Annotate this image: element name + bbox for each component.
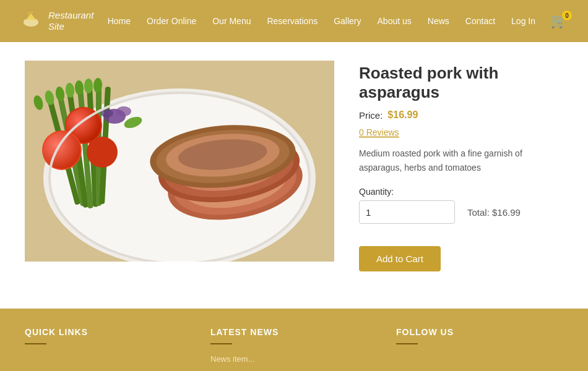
nav-login[interactable]: Log In	[504, 0, 543, 42]
footer-latest-news: LATEST NEWS News item...	[210, 327, 378, 366]
svg-point-22	[87, 137, 118, 168]
add-to-cart-button[interactable]: Add to Cart	[359, 246, 441, 271]
nav-our-menu[interactable]: Our Menu	[205, 0, 258, 42]
quick-links-underline	[25, 343, 46, 344]
nav-gallery[interactable]: Gallery	[326, 0, 368, 42]
svg-point-21	[43, 132, 80, 169]
follow-us-underline	[396, 343, 418, 344]
quantity-input[interactable]	[359, 200, 455, 224]
footer-grid: QUICK LINKS LATEST NEWS News item... FOL…	[25, 327, 563, 366]
logo[interactable]: Restaurant Site	[19, 9, 93, 33]
nav-about-us[interactable]: About us	[370, 0, 419, 42]
product-image	[25, 61, 334, 262]
reviews-link[interactable]: 0 Reviews	[359, 127, 399, 138]
follow-us-title: FOLLOW US	[396, 327, 563, 337]
site-header: Restaurant Site Home Order Online Our Me…	[0, 0, 588, 42]
cart-button[interactable]: 🛒 0	[548, 13, 569, 29]
latest-news-underline	[210, 343, 232, 344]
quantity-section: Quantity: Total: $16.99	[359, 187, 563, 224]
logo-icon	[19, 9, 43, 33]
cart-badge: 0	[562, 11, 572, 20]
site-footer: QUICK LINKS LATEST NEWS News item... FOL…	[0, 309, 588, 371]
product-image-container	[25, 61, 334, 271]
footer-quick-links: QUICK LINKS	[25, 327, 192, 366]
product-page: Roasted pork with asparagus Price: $16.9…	[0, 42, 588, 309]
svg-point-24	[116, 106, 131, 116]
logo-text: Restaurant Site	[48, 10, 93, 32]
product-details: Roasted pork with asparagus Price: $16.9…	[359, 61, 563, 271]
main-nav: Home Order Online Our Menu Reservations …	[100, 0, 543, 42]
footer-follow-us: FOLLOW US	[396, 327, 563, 366]
price-label: Price:	[359, 110, 383, 121]
news-item-link[interactable]: News item...	[210, 352, 378, 366]
product-description: Medium roasted pork with a fine garnish …	[359, 147, 557, 174]
price-row: Price: $16.99	[359, 109, 563, 121]
nav-order-online[interactable]: Order Online	[139, 0, 204, 42]
quick-links-title: QUICK LINKS	[25, 327, 192, 337]
total-text: Total: $16.99	[467, 207, 521, 218]
nav-news[interactable]: News	[420, 0, 457, 42]
quantity-label: Quantity:	[359, 187, 563, 197]
nav-contact[interactable]: Contact	[458, 0, 503, 42]
product-title: Roasted pork with asparagus	[359, 64, 563, 102]
quantity-total-row: Total: $16.99	[359, 200, 563, 224]
nav-home[interactable]: Home	[100, 0, 138, 42]
latest-news-title: LATEST NEWS	[210, 327, 378, 337]
price-value: $16.99	[387, 109, 418, 121]
nav-reservations[interactable]: Reservations	[259, 0, 325, 42]
svg-point-16	[84, 79, 93, 93]
